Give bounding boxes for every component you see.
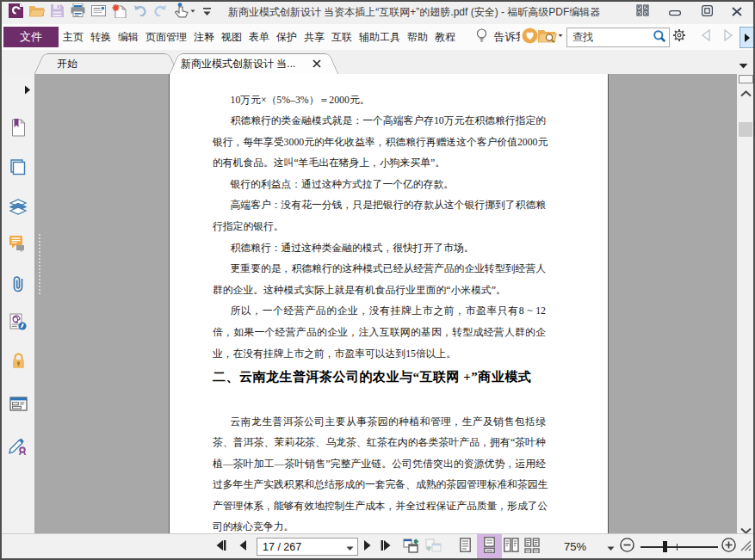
expand-toolbar-button[interactable] (740, 27, 755, 48)
scroll-up-icon[interactable] (740, 85, 752, 101)
page-number-value: 17 / 267 (257, 541, 346, 553)
tell-me-label[interactable]: 告诉我 (494, 24, 520, 50)
text-line: 行指定的银行。 (213, 216, 546, 237)
nav-forward-icon[interactable] (723, 24, 733, 50)
bookmarks-panel-icon[interactable] (9, 120, 28, 138)
menu-item-4[interactable]: 注释 (194, 30, 214, 45)
menu-item-5[interactable]: 视图 (221, 30, 242, 45)
text-line: 业，在没有挂牌上市之前，市盈率可以达到15倍以上。 (213, 343, 546, 365)
foxit-logo-icon[interactable] (5, 1, 26, 23)
comments-panel-icon[interactable] (9, 236, 28, 255)
digital-signatures-panel-icon[interactable] (9, 314, 28, 333)
open-file-icon[interactable] (26, 1, 46, 23)
security-panel-icon[interactable] (9, 353, 28, 372)
text-line: 更重要的是，积德粮行的这种模式已经从经营产品的企业转型到经营人 (213, 258, 546, 280)
search-magnifier-icon[interactable] (653, 29, 666, 46)
continuous-facing-view-icon[interactable] (524, 534, 540, 559)
page-paragraphs-2: 云南龙生普洱茶公司主要从事茶园的种植和管理，生产及销售包括绿茶、普洱茶、茉莉花茶… (213, 411, 546, 538)
menu-item-6[interactable]: 表单 (249, 30, 269, 45)
main-area: 10万元×（5%–3%）＝2000元。积德粮行的类金融模式就是：一个高端客户存1… (0, 74, 755, 533)
fields-panel-icon[interactable] (9, 396, 28, 415)
zoom-in-icon[interactable] (721, 534, 736, 559)
minimize-icon[interactable] (666, 1, 684, 23)
next-page-icon[interactable] (363, 534, 372, 559)
menu-item-12[interactable]: 教程 (435, 30, 455, 45)
scrollbar-thumb[interactable] (739, 122, 752, 137)
zoom-slider-handle[interactable] (663, 541, 667, 552)
print-icon[interactable] (67, 1, 88, 23)
menu-item-2[interactable]: 编辑 (118, 30, 139, 45)
title-bar: 新商业模式创新设计 当资本插上“互联网+”的翅膀.pdf (安全) - 福昕高级… (0, 0, 755, 24)
text-line: 产管理体系，能够有效地控制生产成本，并全过程保证产品质量，形成了公 (213, 495, 546, 517)
tab-close-icon[interactable] (313, 53, 321, 74)
undo-icon[interactable] (129, 1, 150, 23)
menu-item-7[interactable]: 保护 (276, 30, 297, 45)
facing-view-icon[interactable] (504, 534, 519, 559)
tab-document[interactable]: 新商业模式创新设计 当... (180, 53, 328, 74)
page-number-input[interactable]: 17 / 267 (257, 538, 358, 556)
text-line: 过多年生产实践积累和总结形成的一套完备、成熟的茶园管理标准和茶园生 (213, 474, 546, 495)
last-page-icon[interactable] (381, 534, 392, 559)
document-view[interactable]: 10万元×（5%–3%）＝2000元。积德粮行的类金融模式就是：一个高端客户存1… (34, 74, 737, 533)
panel-resize-handle[interactable] (39, 234, 40, 294)
tab-start[interactable]: 开始 (45, 53, 168, 74)
status-bar: 17 / 267 75% (0, 533, 755, 559)
vertical-scrollbar (737, 74, 755, 533)
menu-item-11[interactable]: 帮助 (407, 30, 428, 45)
text-line: 所以，一个经营产品的企业，没有挂牌上市之前，市盈率只有8 ~ 12 (213, 300, 546, 322)
pages-panel-icon[interactable] (9, 160, 28, 179)
split-view-handle[interactable] (739, 75, 753, 83)
settings-gear-icon[interactable] (672, 24, 686, 50)
customize-toolbar-icon[interactable] (198, 1, 215, 23)
find-input[interactable]: 查找 (566, 28, 670, 47)
zoom-slider-tick (677, 544, 678, 551)
sign-panel-icon[interactable] (9, 438, 28, 457)
tab-list-caret-icon[interactable] (739, 58, 748, 73)
expand-panel-icon[interactable] (24, 83, 31, 98)
layers-panel-icon[interactable] (9, 199, 28, 218)
menu-item-0[interactable]: 主页 (63, 30, 84, 45)
page-number-caret-icon[interactable] (346, 539, 354, 555)
zoom-caret-icon[interactable] (607, 534, 615, 559)
text-line: 云南龙生普洱茶公司主要从事茶园的种植和管理，生产及销售包括绿 (213, 411, 546, 433)
text-line: 10万元×（5%–3%）＝2000元。 (213, 89, 546, 111)
prev-page-icon[interactable] (238, 534, 247, 559)
redo-icon[interactable] (150, 1, 170, 23)
menu-bar: 文件 主页转换编辑页面管理注释视图表单保护共享互联辅助工具帮助教程 告诉我 查找 (0, 24, 755, 50)
first-page-icon[interactable] (215, 534, 226, 559)
menu-items: 主页转换编辑页面管理注释视图表单保护共享互联辅助工具帮助教程 (63, 24, 455, 50)
close-icon[interactable] (728, 1, 746, 23)
text-line: 植—茶叶加工—茶叶销售”完整产业链。公司凭借突出的资源优势，运用经 (213, 453, 546, 475)
menu-item-3[interactable]: 页面管理 (145, 30, 187, 45)
continuous-view-icon[interactable] (477, 534, 502, 559)
save-icon[interactable] (46, 1, 67, 23)
menu-item-9[interactable]: 互联 (331, 30, 352, 45)
zoom-level-label[interactable]: 75% (564, 534, 586, 559)
lightbulb-icon[interactable] (476, 24, 487, 50)
text-line: 积德粮行：通过这种类金融的模式，很快打开了市场。 (213, 237, 546, 259)
nav-back-icon[interactable] (701, 24, 711, 50)
switch-windows-icon[interactable] (634, 1, 651, 23)
zoom-slider-track[interactable] (641, 546, 718, 548)
text-line: 积德粮行的类金融模式就是：一个高端客户存10万元在积德粮行指定的 (213, 110, 546, 132)
menu-item-10[interactable]: 辅助工具 (359, 30, 400, 45)
next-view-icon[interactable] (425, 534, 442, 559)
rewards-heart-icon[interactable] (522, 24, 538, 50)
text-line: 的有机食品。这叫“羊毛出在猪身上，小狗来买单”。 (213, 152, 546, 174)
folder-search-icon[interactable] (537, 24, 563, 50)
email-icon[interactable] (88, 1, 108, 23)
restore-icon[interactable] (698, 1, 715, 23)
window-title: 新商业模式创新设计 当资本插上“互联网+”的翅膀.pdf (安全) - 福昕高级… (228, 0, 600, 24)
single-page-view-icon[interactable] (460, 534, 471, 559)
resize-grip-icon (739, 534, 752, 559)
create-pdf-icon[interactable] (108, 1, 129, 23)
text-line: 高端客户：没有花一分钱，只是把银行的存款从这个银行挪到了积德粮 (213, 194, 546, 216)
hand-tool-icon[interactable] (170, 1, 198, 23)
section-heading: 二、云南龙生普洱茶公司的农业与“互联网 +”商业模式 (213, 369, 574, 385)
menu-item-1[interactable]: 转换 (90, 30, 111, 45)
menu-item-8[interactable]: 共享 (304, 30, 325, 45)
previous-view-icon[interactable] (403, 534, 419, 559)
zoom-out-icon[interactable] (620, 534, 634, 559)
menu-file-button[interactable]: 文件 (3, 27, 59, 47)
attachments-panel-icon[interactable] (9, 275, 28, 294)
